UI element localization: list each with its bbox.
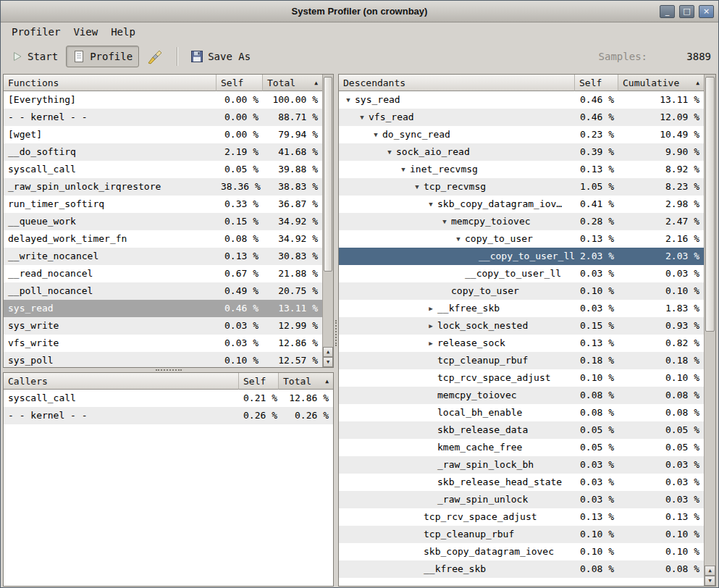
table-row[interactable]: __read_nocancel0.67 %21.88 % [4, 265, 322, 282]
table-row[interactable]: __queue_work0.15 %34.92 % [4, 213, 322, 230]
tree-row[interactable]: kmem_cache_free0.05 %0.05 % [339, 439, 704, 456]
table-row[interactable]: syscall_call0.05 %39.88 % [4, 161, 322, 178]
tree-row[interactable]: ▼sys_read0.46 %13.11 % [339, 91, 704, 109]
table-row[interactable]: _raw_spin_unlock_irqrestore38.36 %38.83 … [4, 178, 322, 196]
tree-row[interactable]: ▼memcpy_toiovec0.28 %2.47 % [339, 213, 704, 230]
cumulative-percent: 0.03 % [618, 474, 704, 491]
expander-closed-icon[interactable]: ▶ [424, 335, 437, 352]
self-percent: 0.10 % [575, 369, 618, 387]
descendants-scrollbar-thumb[interactable] [705, 77, 715, 332]
callers-pane: Callers Self Total▲ syscall_call0.21 %12… [3, 372, 334, 587]
tree-row[interactable]: ▶__kfree_skb0.03 %1.83 % [339, 300, 704, 317]
table-row[interactable]: __write_nocancel0.13 %30.83 % [4, 248, 322, 265]
save-as-button[interactable]: Save As [184, 46, 257, 67]
tree-row[interactable]: tcp_cleanup_rbuf0.10 %0.10 % [339, 526, 704, 543]
reset-button[interactable] [140, 44, 169, 69]
table-row[interactable]: vfs_write0.03 %12.86 % [4, 335, 322, 352]
tree-indent [339, 413, 424, 413]
descendants-scroll-up-button[interactable]: ▲ [705, 566, 715, 576]
descendants-scrollbar[interactable]: ▲ ▼ [704, 75, 715, 586]
tree-row[interactable]: ▼inet_recvmsg0.13 %8.92 % [339, 161, 704, 178]
table-row[interactable]: - - kernel - -0.26 %0.26 % [4, 407, 333, 424]
expander-closed-icon[interactable]: ▶ [424, 317, 437, 335]
tree-row[interactable]: ▶lock_sock_nested0.15 %0.93 % [339, 317, 704, 335]
table-row[interactable]: sys_poll0.10 %12.57 % [4, 352, 322, 367]
close-button[interactable]: × [699, 5, 714, 18]
tree-row[interactable]: ▼tcp_recvmsg1.05 %8.23 % [339, 178, 704, 196]
table-row[interactable]: - - kernel - -0.00 %88.71 % [4, 109, 322, 126]
tree-row[interactable]: copy_to_user0.10 %0.10 % [339, 282, 704, 300]
menu-help[interactable]: Help [104, 24, 142, 40]
descendants-scroll-down-button[interactable]: ▼ [705, 576, 715, 586]
tree-row[interactable]: memcpy_toiovec0.08 %0.08 % [339, 387, 704, 404]
expander-open-icon[interactable]: ▼ [411, 178, 424, 196]
cumulative-percent: 10.49 % [618, 126, 704, 143]
tree-row[interactable]: __copy_to_user_ll2.03 %2.03 % [339, 248, 704, 265]
expander-open-icon[interactable]: ▼ [342, 91, 355, 109]
table-row[interactable]: [Everything]0.00 %100.00 % [4, 91, 322, 109]
tree-row[interactable]: ▼do_sync_read0.23 %10.49 % [339, 126, 704, 143]
tree-row[interactable]: __kfree_skb0.08 %0.08 % [339, 560, 704, 578]
functions-scrollbar-track[interactable] [324, 75, 332, 346]
descendants-header: Descendants Self Cumulative▲ [339, 75, 704, 91]
tree-row[interactable]: ▶release_sock0.13 %0.82 % [339, 335, 704, 352]
start-label: Start [28, 51, 58, 62]
tree-row[interactable]: ▼copy_to_user0.13 %2.16 % [339, 230, 704, 248]
tree-row[interactable]: local_bh_enable0.08 %0.08 % [339, 404, 704, 421]
column-header-cumulative[interactable]: Cumulative▲ [618, 75, 704, 91]
expander-open-icon[interactable]: ▼ [369, 126, 382, 143]
tree-row[interactable]: _raw_spin_unlock0.03 %0.03 % [339, 491, 704, 508]
tree-row[interactable]: ▼sock_aio_read0.39 %9.90 % [339, 143, 704, 161]
tree-row[interactable]: _raw_spin_lock_bh0.03 %0.03 % [339, 456, 704, 474]
tree-row[interactable]: skb_release_data0.05 %0.05 % [339, 421, 704, 439]
table-row[interactable]: delayed_work_timer_fn0.08 %34.92 % [4, 230, 322, 248]
column-header-functions[interactable]: Functions [4, 75, 216, 91]
tree-row[interactable]: skb_copy_datagram_iovec0.10 %0.10 % [339, 543, 704, 560]
column-header-self[interactable]: Self [216, 75, 263, 91]
table-row[interactable]: sys_read0.46 %13.11 % [4, 300, 322, 317]
tree-row[interactable]: tcp_rcv_space_adjust0.13 %0.13 % [339, 508, 704, 526]
table-row[interactable]: sys_write0.03 %12.99 % [4, 317, 322, 335]
tree-row[interactable]: skb_release_head_state0.03 %0.03 % [339, 474, 704, 491]
function-name: sock_aio_read [396, 143, 470, 161]
expander-open-icon[interactable]: ▼ [397, 161, 410, 178]
total-percent: 38.83 % [263, 178, 322, 196]
expander-open-icon[interactable]: ▼ [438, 213, 451, 230]
functions-scroll-up-button[interactable]: ▲ [323, 347, 333, 357]
total-percent: 36.87 % [263, 196, 322, 213]
functions-scroll-down-button[interactable]: ▼ [323, 357, 333, 367]
column-header-total[interactable]: Total▲ [279, 373, 333, 390]
tree-row[interactable]: __copy_to_user_ll0.03 %0.03 % [339, 265, 704, 282]
titlebar[interactable]: System Profiler (on crownbay) _ □ × [1, 1, 718, 22]
functions-scrollbar-thumb[interactable] [324, 77, 332, 272]
tree-row[interactable]: ▼vfs_read0.46 %12.09 % [339, 109, 704, 126]
function-name: - - kernel - - [4, 109, 216, 126]
table-row[interactable]: [wget]0.00 %79.94 % [4, 126, 322, 143]
column-header-callers[interactable]: Callers [4, 373, 239, 390]
column-header-total[interactable]: Total▲ [263, 75, 322, 91]
descendants-scrollbar-track[interactable] [705, 75, 715, 565]
table-row[interactable]: run_timer_softirq0.33 %36.87 % [4, 196, 322, 213]
column-header-self[interactable]: Self [239, 373, 279, 390]
expander-open-icon[interactable]: ▼ [452, 230, 465, 248]
maximize-button[interactable]: □ [679, 5, 694, 18]
expander-closed-icon[interactable]: ▶ [424, 300, 437, 317]
column-header-descendants[interactable]: Descendants [339, 75, 575, 91]
functions-scrollbar[interactable]: ▲ ▼ [322, 75, 333, 367]
table-row[interactable]: __poll_nocancel0.49 %20.75 % [4, 282, 322, 300]
expander-open-icon[interactable]: ▼ [424, 196, 437, 213]
tree-row[interactable]: tcp_cleanup_rbuf0.18 %0.18 % [339, 352, 704, 369]
self-percent: 0.03 % [575, 491, 618, 508]
start-button[interactable]: Start [5, 46, 64, 67]
minimize-button[interactable]: _ [660, 5, 675, 18]
profile-button[interactable]: Profile [66, 46, 139, 67]
expander-open-icon[interactable]: ▼ [383, 143, 396, 161]
menu-view[interactable]: View [67, 24, 104, 40]
tree-row[interactable]: tcp_rcv_space_adjust0.10 %0.10 % [339, 369, 704, 387]
menu-profiler[interactable]: Profiler [5, 24, 67, 40]
tree-row[interactable]: ▼skb_copy_datagram_iov…0.41 %2.98 % [339, 196, 704, 213]
column-header-self[interactable]: Self [575, 75, 618, 91]
table-row[interactable]: syscall_call0.21 %12.86 % [4, 390, 333, 407]
table-row[interactable]: __do_softirq2.19 %41.68 % [4, 143, 322, 161]
expander-open-icon[interactable]: ▼ [356, 109, 369, 126]
